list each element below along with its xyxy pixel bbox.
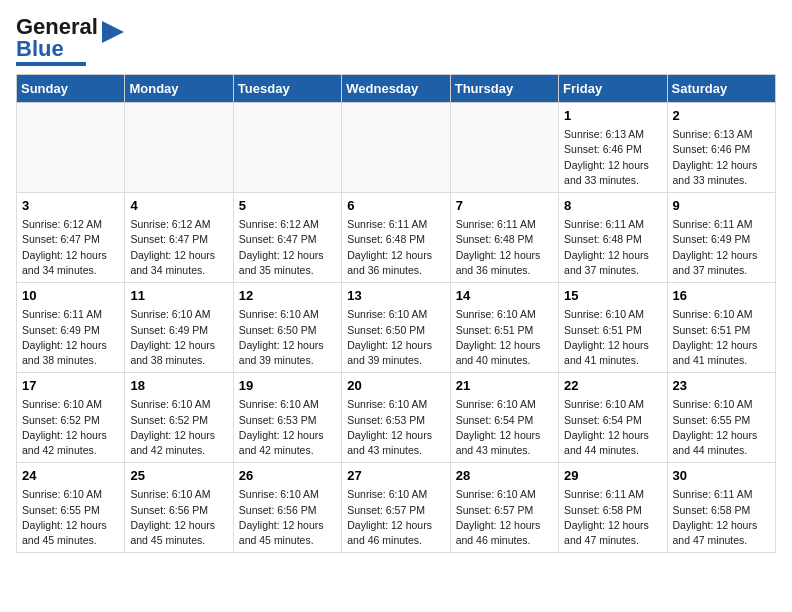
day-number: 19 bbox=[239, 377, 336, 395]
calendar-cell: 7Sunrise: 6:11 AM Sunset: 6:48 PM Daylig… bbox=[450, 193, 558, 283]
day-number: 15 bbox=[564, 287, 661, 305]
calendar-cell: 2Sunrise: 6:13 AM Sunset: 6:46 PM Daylig… bbox=[667, 103, 775, 193]
day-info: Sunrise: 6:10 AM Sunset: 6:55 PM Dayligh… bbox=[673, 397, 770, 458]
day-info: Sunrise: 6:10 AM Sunset: 6:49 PM Dayligh… bbox=[130, 307, 227, 368]
svg-marker-0 bbox=[102, 21, 124, 43]
day-info: Sunrise: 6:10 AM Sunset: 6:50 PM Dayligh… bbox=[239, 307, 336, 368]
day-info: Sunrise: 6:11 AM Sunset: 6:49 PM Dayligh… bbox=[673, 217, 770, 278]
day-info: Sunrise: 6:11 AM Sunset: 6:58 PM Dayligh… bbox=[673, 487, 770, 548]
day-number: 24 bbox=[22, 467, 119, 485]
calendar-cell: 12Sunrise: 6:10 AM Sunset: 6:50 PM Dayli… bbox=[233, 283, 341, 373]
page-header: GeneralBlue bbox=[16, 16, 776, 66]
weekday-header-friday: Friday bbox=[559, 75, 667, 103]
logo: GeneralBlue bbox=[16, 16, 124, 66]
calendar-cell bbox=[125, 103, 233, 193]
calendar-week-3: 10Sunrise: 6:11 AM Sunset: 6:49 PM Dayli… bbox=[17, 283, 776, 373]
calendar-cell: 3Sunrise: 6:12 AM Sunset: 6:47 PM Daylig… bbox=[17, 193, 125, 283]
day-number: 22 bbox=[564, 377, 661, 395]
calendar-week-5: 24Sunrise: 6:10 AM Sunset: 6:55 PM Dayli… bbox=[17, 463, 776, 553]
day-number: 1 bbox=[564, 107, 661, 125]
day-info: Sunrise: 6:10 AM Sunset: 6:55 PM Dayligh… bbox=[22, 487, 119, 548]
day-info: Sunrise: 6:10 AM Sunset: 6:52 PM Dayligh… bbox=[22, 397, 119, 458]
calendar-cell: 27Sunrise: 6:10 AM Sunset: 6:57 PM Dayli… bbox=[342, 463, 450, 553]
calendar-cell: 16Sunrise: 6:10 AM Sunset: 6:51 PM Dayli… bbox=[667, 283, 775, 373]
calendar-cell: 14Sunrise: 6:10 AM Sunset: 6:51 PM Dayli… bbox=[450, 283, 558, 373]
calendar-cell: 25Sunrise: 6:10 AM Sunset: 6:56 PM Dayli… bbox=[125, 463, 233, 553]
logo-text: GeneralBlue bbox=[16, 16, 98, 60]
day-info: Sunrise: 6:11 AM Sunset: 6:48 PM Dayligh… bbox=[347, 217, 444, 278]
calendar-cell bbox=[17, 103, 125, 193]
calendar-cell: 8Sunrise: 6:11 AM Sunset: 6:48 PM Daylig… bbox=[559, 193, 667, 283]
weekday-header-wednesday: Wednesday bbox=[342, 75, 450, 103]
day-number: 11 bbox=[130, 287, 227, 305]
day-info: Sunrise: 6:13 AM Sunset: 6:46 PM Dayligh… bbox=[564, 127, 661, 188]
day-info: Sunrise: 6:12 AM Sunset: 6:47 PM Dayligh… bbox=[22, 217, 119, 278]
day-number: 21 bbox=[456, 377, 553, 395]
calendar-cell: 22Sunrise: 6:10 AM Sunset: 6:54 PM Dayli… bbox=[559, 373, 667, 463]
day-number: 7 bbox=[456, 197, 553, 215]
weekday-header-thursday: Thursday bbox=[450, 75, 558, 103]
day-info: Sunrise: 6:11 AM Sunset: 6:48 PM Dayligh… bbox=[564, 217, 661, 278]
calendar-cell: 18Sunrise: 6:10 AM Sunset: 6:52 PM Dayli… bbox=[125, 373, 233, 463]
calendar-week-4: 17Sunrise: 6:10 AM Sunset: 6:52 PM Dayli… bbox=[17, 373, 776, 463]
calendar-week-2: 3Sunrise: 6:12 AM Sunset: 6:47 PM Daylig… bbox=[17, 193, 776, 283]
day-number: 6 bbox=[347, 197, 444, 215]
calendar-cell: 21Sunrise: 6:10 AM Sunset: 6:54 PM Dayli… bbox=[450, 373, 558, 463]
day-number: 9 bbox=[673, 197, 770, 215]
calendar-cell: 30Sunrise: 6:11 AM Sunset: 6:58 PM Dayli… bbox=[667, 463, 775, 553]
calendar-cell: 17Sunrise: 6:10 AM Sunset: 6:52 PM Dayli… bbox=[17, 373, 125, 463]
calendar-cell: 1Sunrise: 6:13 AM Sunset: 6:46 PM Daylig… bbox=[559, 103, 667, 193]
day-number: 13 bbox=[347, 287, 444, 305]
day-info: Sunrise: 6:10 AM Sunset: 6:53 PM Dayligh… bbox=[239, 397, 336, 458]
day-number: 3 bbox=[22, 197, 119, 215]
day-number: 23 bbox=[673, 377, 770, 395]
day-info: Sunrise: 6:13 AM Sunset: 6:46 PM Dayligh… bbox=[673, 127, 770, 188]
day-info: Sunrise: 6:12 AM Sunset: 6:47 PM Dayligh… bbox=[130, 217, 227, 278]
day-number: 18 bbox=[130, 377, 227, 395]
weekday-header-row: SundayMondayTuesdayWednesdayThursdayFrid… bbox=[17, 75, 776, 103]
day-number: 29 bbox=[564, 467, 661, 485]
day-info: Sunrise: 6:11 AM Sunset: 6:58 PM Dayligh… bbox=[564, 487, 661, 548]
calendar-cell: 28Sunrise: 6:10 AM Sunset: 6:57 PM Dayli… bbox=[450, 463, 558, 553]
day-number: 17 bbox=[22, 377, 119, 395]
calendar-cell: 9Sunrise: 6:11 AM Sunset: 6:49 PM Daylig… bbox=[667, 193, 775, 283]
weekday-header-monday: Monday bbox=[125, 75, 233, 103]
day-info: Sunrise: 6:10 AM Sunset: 6:53 PM Dayligh… bbox=[347, 397, 444, 458]
day-info: Sunrise: 6:10 AM Sunset: 6:54 PM Dayligh… bbox=[456, 397, 553, 458]
calendar-cell: 23Sunrise: 6:10 AM Sunset: 6:55 PM Dayli… bbox=[667, 373, 775, 463]
day-info: Sunrise: 6:10 AM Sunset: 6:56 PM Dayligh… bbox=[130, 487, 227, 548]
calendar-cell: 20Sunrise: 6:10 AM Sunset: 6:53 PM Dayli… bbox=[342, 373, 450, 463]
day-number: 26 bbox=[239, 467, 336, 485]
day-info: Sunrise: 6:10 AM Sunset: 6:57 PM Dayligh… bbox=[347, 487, 444, 548]
calendar-cell: 11Sunrise: 6:10 AM Sunset: 6:49 PM Dayli… bbox=[125, 283, 233, 373]
day-info: Sunrise: 6:12 AM Sunset: 6:47 PM Dayligh… bbox=[239, 217, 336, 278]
day-info: Sunrise: 6:10 AM Sunset: 6:51 PM Dayligh… bbox=[564, 307, 661, 368]
day-number: 5 bbox=[239, 197, 336, 215]
weekday-header-tuesday: Tuesday bbox=[233, 75, 341, 103]
weekday-header-saturday: Saturday bbox=[667, 75, 775, 103]
calendar-cell: 24Sunrise: 6:10 AM Sunset: 6:55 PM Dayli… bbox=[17, 463, 125, 553]
day-info: Sunrise: 6:10 AM Sunset: 6:51 PM Dayligh… bbox=[673, 307, 770, 368]
calendar-cell: 13Sunrise: 6:10 AM Sunset: 6:50 PM Dayli… bbox=[342, 283, 450, 373]
day-info: Sunrise: 6:10 AM Sunset: 6:56 PM Dayligh… bbox=[239, 487, 336, 548]
calendar-cell bbox=[450, 103, 558, 193]
logo-icon bbox=[102, 21, 124, 43]
calendar-cell: 4Sunrise: 6:12 AM Sunset: 6:47 PM Daylig… bbox=[125, 193, 233, 283]
day-number: 2 bbox=[673, 107, 770, 125]
day-info: Sunrise: 6:10 AM Sunset: 6:54 PM Dayligh… bbox=[564, 397, 661, 458]
day-number: 27 bbox=[347, 467, 444, 485]
day-number: 10 bbox=[22, 287, 119, 305]
calendar-cell bbox=[342, 103, 450, 193]
calendar-week-1: 1Sunrise: 6:13 AM Sunset: 6:46 PM Daylig… bbox=[17, 103, 776, 193]
logo-underline bbox=[16, 62, 86, 66]
weekday-header-sunday: Sunday bbox=[17, 75, 125, 103]
calendar-cell: 19Sunrise: 6:10 AM Sunset: 6:53 PM Dayli… bbox=[233, 373, 341, 463]
day-number: 12 bbox=[239, 287, 336, 305]
day-number: 30 bbox=[673, 467, 770, 485]
calendar-cell: 15Sunrise: 6:10 AM Sunset: 6:51 PM Dayli… bbox=[559, 283, 667, 373]
calendar-cell: 10Sunrise: 6:11 AM Sunset: 6:49 PM Dayli… bbox=[17, 283, 125, 373]
day-info: Sunrise: 6:10 AM Sunset: 6:51 PM Dayligh… bbox=[456, 307, 553, 368]
day-number: 4 bbox=[130, 197, 227, 215]
day-number: 8 bbox=[564, 197, 661, 215]
day-info: Sunrise: 6:10 AM Sunset: 6:50 PM Dayligh… bbox=[347, 307, 444, 368]
